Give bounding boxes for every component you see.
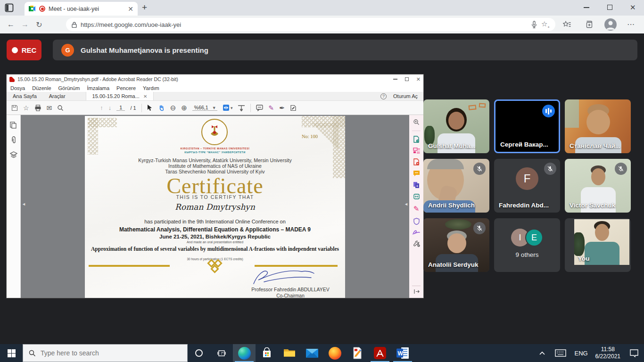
tab-ana-sayfa[interactable]: Ana Sayfa <box>7 92 43 100</box>
participant-tile-others[interactable]: I E 9 others <box>494 218 560 272</box>
taskbar-store[interactable] <box>256 344 278 362</box>
hand-tool-icon[interactable] <box>157 104 165 112</box>
back-icon[interactable]: ← <box>4 20 18 29</box>
taskbar-word[interactable]: W <box>391 344 414 362</box>
task-view-button[interactable] <box>210 344 233 362</box>
tab-actions-icon[interactable] <box>5 3 14 12</box>
find-icon[interactable] <box>57 105 64 111</box>
more-tools-icon[interactable] <box>413 240 420 247</box>
page-thumbnails-icon[interactable] <box>10 122 17 129</box>
participant-tile-you[interactable]: You <box>565 218 631 272</box>
browser-tab[interactable]: Meet - uoe-iaak-yei ✕ <box>25 2 138 16</box>
favorite-tool-icon[interactable]: ☆ <box>23 104 29 112</box>
email-icon[interactable]: ✉ <box>47 104 52 112</box>
highlight-icon[interactable]: ✎ <box>268 104 274 112</box>
print-icon[interactable] <box>34 105 41 111</box>
taskbar-search[interactable] <box>23 344 188 362</box>
comment-icon[interactable] <box>256 105 263 111</box>
collapse-rail-icon[interactable] <box>413 289 420 294</box>
taskbar-explorer[interactable] <box>278 344 301 362</box>
select-tool-icon[interactable] <box>147 105 152 111</box>
profile-avatar[interactable] <box>604 18 617 31</box>
hours-line: 30 hours of participation (1 ECTS credit… <box>85 257 345 261</box>
menu-pencere[interactable]: Pencere <box>116 85 136 91</box>
menu-duzenle[interactable]: Düzenle <box>32 85 51 91</box>
page-count: / 1 <box>130 105 136 111</box>
signature-icon[interactable]: ✒ <box>279 104 285 112</box>
search-input[interactable] <box>41 349 173 357</box>
window-maximize-button[interactable] <box>607 5 612 10</box>
fill-sign-icon[interactable] <box>290 105 297 111</box>
compress-pdf-icon[interactable] <box>413 193 420 200</box>
taskbar-mail[interactable] <box>301 344 323 362</box>
reading-mode-icon[interactable] <box>238 105 245 111</box>
cortana-button[interactable] <box>188 344 210 362</box>
language-indicator[interactable]: ENG <box>571 350 592 357</box>
page-down-icon[interactable]: ↓ <box>108 104 112 111</box>
menu-dosya[interactable]: Dosya <box>10 85 25 91</box>
menu-gorunum[interactable]: Görünüm <box>58 85 80 91</box>
tab-document[interactable]: 15.00-15.20 Roma... ✕ <box>86 92 154 100</box>
zoom-level-select[interactable]: %66,1▾ <box>192 105 217 111</box>
window-minimize-button[interactable] <box>584 7 589 8</box>
collapse-right-panel-icon[interactable]: ◄ <box>404 202 408 206</box>
browser-menu-icon[interactable]: ⋯ <box>627 21 635 28</box>
taskbar-pdf-editor[interactable] <box>346 344 369 362</box>
zoom-out-icon[interactable]: ⊖ <box>170 104 176 112</box>
window-close-button[interactable]: ✕ <box>630 4 636 11</box>
participant-tile-gulshat[interactable]: Gulshat Muha... <box>423 99 489 153</box>
page-up-icon[interactable]: ↑ <box>100 104 103 111</box>
collections-icon[interactable] <box>585 21 593 28</box>
sign-in-button[interactable]: Oturum Aç <box>393 93 418 99</box>
participant-tile-anatolii[interactable]: Anatolii Serdyuk <box>423 218 489 272</box>
new-tab-button[interactable]: + <box>142 3 147 12</box>
taskbar-firefox[interactable] <box>323 344 346 362</box>
attachments-icon[interactable] <box>10 136 17 144</box>
add-favorite-icon[interactable]: ☆+ <box>541 20 550 29</box>
acrobat-minimize-button[interactable] <box>393 79 397 80</box>
participant-tile-sergey[interactable]: Сергей Вакар... <box>494 99 560 153</box>
body-line-1: has participated in the 9th Internationa… <box>85 219 345 224</box>
sign-tool-icon[interactable]: ✎ <box>413 205 420 213</box>
refresh-icon[interactable]: ↻ <box>32 20 46 29</box>
page-number-field[interactable]: 1 <box>116 105 125 111</box>
acrobat-restore-button[interactable] <box>405 77 409 81</box>
fill-sign-tool-icon[interactable] <box>413 230 420 235</box>
participant-tile-andrii[interactable]: Andrii Shydlich <box>423 159 489 213</box>
collapse-left-panel-icon[interactable]: ◄ <box>22 202 26 206</box>
comment-tool-icon[interactable] <box>413 170 420 177</box>
tab-close-icon[interactable]: ✕ <box>128 6 133 12</box>
save-icon[interactable] <box>11 105 18 111</box>
search-plus-icon[interactable] <box>413 119 420 126</box>
layers-icon[interactable] <box>10 151 17 158</box>
acrobat-close-button[interactable]: ✕ <box>416 76 421 82</box>
touch-keyboard-icon[interactable] <box>550 349 571 357</box>
menu-imzalama[interactable]: İmzalama <box>87 85 109 91</box>
start-button[interactable] <box>0 344 23 362</box>
tray-chevron-icon[interactable] <box>534 351 550 355</box>
tab-araclar[interactable]: Araçlar <box>43 92 72 100</box>
voice-search-icon[interactable] <box>531 21 537 28</box>
action-center-icon[interactable] <box>624 349 644 357</box>
url-bar[interactable]: https://meet.google.com/uoe-iaak-yei ☆+ <box>66 18 555 31</box>
tab-document-close-icon[interactable]: ✕ <box>143 94 147 99</box>
favorites-bar-icon[interactable] <box>563 21 571 28</box>
protect-icon[interactable] <box>413 218 420 225</box>
taskbar-edge[interactable] <box>233 344 256 362</box>
help-icon[interactable]: ? <box>380 93 387 99</box>
body-line-3: June 21-25, 2021, Bishkek/Kyrgys Republi… <box>85 234 345 239</box>
create-pdf-icon[interactable] <box>413 158 420 165</box>
participant-tile-victor[interactable]: Victor Savchuk <box>565 159 631 213</box>
pdf-document-area[interactable]: ◄ ◄ No: 100 KIRGIZİSTAN – TÜRKİYE MANAS … <box>21 115 409 298</box>
taskbar-clock[interactable]: 11:58 6/22/2021 <box>592 346 624 360</box>
participant-tile-stanislav[interactable]: Станіслав Чай... <box>565 99 631 153</box>
edit-pdf-icon[interactable] <box>413 148 420 154</box>
export-pdf-icon[interactable] <box>413 136 420 143</box>
menu-yardim[interactable]: Yardım <box>143 85 159 91</box>
taskbar-acrobat[interactable] <box>369 344 391 362</box>
forward-icon[interactable]: → <box>18 20 32 29</box>
combine-files-icon[interactable] <box>413 181 420 189</box>
fit-page-icon[interactable]: ▾ <box>223 104 233 111</box>
zoom-in-icon[interactable]: ⊕ <box>181 104 187 112</box>
participant-tile-fahreddin[interactable]: F Fahreddin Abd... <box>494 159 560 213</box>
